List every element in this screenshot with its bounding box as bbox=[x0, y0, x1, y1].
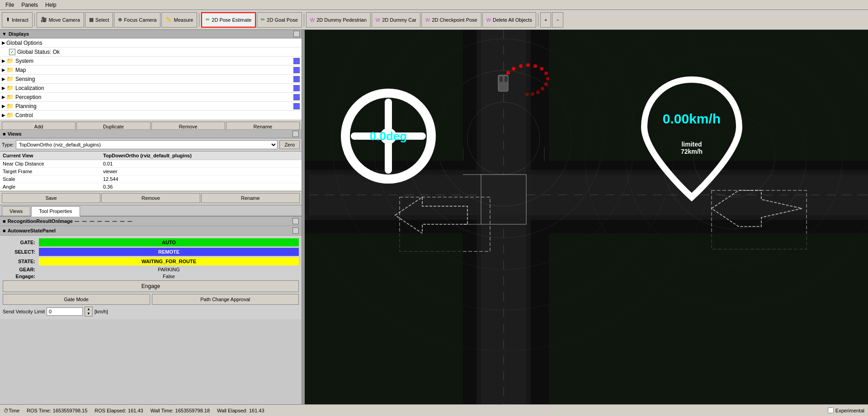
display-item-localization[interactable]: ▶ 📁 Localization bbox=[0, 84, 302, 93]
zero-button[interactable]: Zero bbox=[279, 140, 300, 149]
tab-views[interactable]: Views bbox=[2, 206, 30, 216]
save-view-button[interactable]: Save bbox=[2, 193, 100, 203]
svg-point-32 bbox=[536, 90, 540, 94]
menu-panels[interactable]: Panels bbox=[18, 1, 42, 9]
2d-dummy-pedestrian-button[interactable]: W 2D Dummy Pedestrian bbox=[306, 12, 371, 28]
velocity-spinner: ▲ ▼ bbox=[85, 307, 93, 317]
path-change-approval-button[interactable]: Path Change Approval bbox=[152, 294, 299, 305]
display-label: Perception bbox=[15, 94, 41, 100]
tool-section: ■ RecognitionResultOnImage — — — — — — —… bbox=[0, 217, 302, 404]
rename-view-button[interactable]: Rename bbox=[201, 193, 300, 203]
svg-point-28 bbox=[544, 71, 548, 75]
velocity-input[interactable] bbox=[47, 307, 83, 316]
svg-point-27 bbox=[540, 67, 543, 71]
focus-camera-label: Focus Camera bbox=[124, 17, 156, 23]
gate-mode-button[interactable]: Gate Mode bbox=[3, 294, 150, 305]
2d-checkpoint-pose-button[interactable]: W 2D Checkpoint Pose bbox=[421, 12, 481, 28]
velocity-up-button[interactable]: ▲ bbox=[85, 307, 92, 312]
expand-icon: ▶ bbox=[2, 58, 5, 63]
svg-point-22 bbox=[506, 71, 510, 75]
focus-icon: ⊕ bbox=[118, 17, 122, 23]
wall-time-value: 1653559798.18 bbox=[175, 408, 210, 413]
views-header: ■ Views bbox=[0, 129, 302, 138]
experimental-checkbox[interactable] bbox=[828, 407, 834, 413]
2d-pose-estimate-label: 2D Pose Estimate bbox=[212, 17, 251, 23]
panel-icon: ■ bbox=[3, 218, 6, 224]
interact-button[interactable]: ⬆ Interact bbox=[2, 12, 33, 28]
displays-collapse-icon[interactable]: ▼ bbox=[2, 31, 7, 37]
svg-point-34 bbox=[525, 93, 529, 96]
car-icon: W bbox=[376, 17, 380, 23]
display-label: Map bbox=[15, 67, 26, 73]
folder-icon: 📁 bbox=[6, 66, 14, 73]
display-item-perception[interactable]: ▶ 📁 Perception bbox=[0, 93, 302, 102]
display-checkbox[interactable] bbox=[293, 85, 300, 91]
pose-icon: ✏ bbox=[206, 17, 210, 23]
current-view-type: TopDownOrtho (rviz_default_plugins) bbox=[100, 151, 302, 160]
state-label: STATE: bbox=[3, 259, 39, 264]
remove-view-button[interactable]: Remove bbox=[101, 193, 200, 203]
select-button[interactable]: ▦ Select bbox=[85, 12, 113, 28]
views-type-select[interactable]: TopDownOrtho (rviz_default_plugins) bbox=[16, 140, 278, 149]
expand-icon: ▶ bbox=[2, 76, 5, 81]
viewport[interactable]: 0.0deg 0.00km/h limited72km/h bbox=[305, 30, 868, 404]
move-camera-button[interactable]: 🎥 Move Camera bbox=[37, 12, 84, 28]
display-checkbox[interactable] bbox=[293, 58, 300, 64]
delete-all-objects-button[interactable]: W Delete All Objects bbox=[482, 12, 536, 28]
folder-icon: 📁 bbox=[6, 57, 14, 64]
views-collapse-icon[interactable]: ■ bbox=[3, 131, 6, 137]
add-tool-button[interactable]: + bbox=[540, 12, 551, 28]
2d-dummy-car-button[interactable]: W 2D Dummy Car bbox=[372, 12, 420, 28]
speed-widget: 0.00km/h limited72km/h bbox=[637, 75, 746, 202]
display-item-sensing[interactable]: ▶ 📁 Sensing bbox=[0, 75, 302, 84]
ros-elapsed-value: 161.43 bbox=[128, 408, 143, 413]
experimental-label: Experimental bbox=[835, 408, 864, 413]
focus-camera-button[interactable]: ⊕ Focus Camera bbox=[114, 12, 160, 28]
views-scroll-indicator bbox=[292, 131, 299, 137]
menu-help[interactable]: Help bbox=[42, 1, 60, 9]
display-label: Planning bbox=[15, 103, 37, 109]
menu-bar: File Panels Help bbox=[0, 0, 868, 10]
svg-point-26 bbox=[533, 64, 537, 68]
steering-widget: 0.0deg bbox=[341, 89, 436, 184]
engage-label: Engage: bbox=[3, 274, 39, 279]
folder-icon: 📁 bbox=[6, 94, 14, 100]
display-checkbox[interactable] bbox=[293, 94, 300, 100]
display-item-global-status[interactable]: Global Status: Ok bbox=[0, 47, 302, 57]
display-item-global-options[interactable]: ▶ Global Options bbox=[0, 38, 302, 47]
time-label: Time bbox=[9, 408, 19, 413]
display-label: Sensing bbox=[15, 76, 35, 82]
2d-goal-pose-button[interactable]: ✏ 2D Goal Pose bbox=[257, 12, 302, 28]
2d-dummy-pedestrian-label: 2D Dummy Pedestrian bbox=[316, 17, 367, 23]
display-label: Localization bbox=[15, 85, 44, 91]
autoware-state-panel-header[interactable]: ■ AutowareStatePanel bbox=[0, 226, 302, 236]
menu-file[interactable]: File bbox=[2, 1, 18, 9]
measure-button[interactable]: 📏 Measure bbox=[161, 12, 197, 28]
velocity-down-button[interactable]: ▼ bbox=[85, 312, 92, 316]
ros-elapsed-label: ROS Elapsed: bbox=[94, 408, 126, 413]
displays-header: ▼ Displays bbox=[0, 30, 302, 38]
expand-icon: ▶ bbox=[2, 85, 5, 90]
velocity-unit: [km/h] bbox=[94, 309, 108, 314]
display-checkbox[interactable] bbox=[293, 103, 300, 109]
display-item-system[interactable]: ▶ 📁 System bbox=[0, 57, 302, 66]
toolbar-separator-1 bbox=[34, 13, 35, 27]
display-checkbox[interactable] bbox=[293, 76, 300, 82]
remove-tool-button[interactable]: − bbox=[552, 12, 563, 28]
cursor-icon: ⬆ bbox=[6, 17, 10, 23]
display-checkbox[interactable] bbox=[293, 67, 300, 73]
display-item-map[interactable]: ▶ 📁 Map bbox=[0, 66, 302, 75]
display-item-control[interactable]: ▶ 📁 Control bbox=[0, 111, 302, 120]
toolbar-separator-4 bbox=[538, 13, 538, 27]
recognition-panel-item[interactable]: ■ RecognitionResultOnImage — — — — — — —… bbox=[0, 217, 302, 226]
current-view-title: Current View bbox=[0, 151, 100, 160]
engage-button[interactable]: Engage bbox=[3, 280, 299, 292]
displays-content: ▶ Global Options Global Status: Ok ▶ 📁 S… bbox=[0, 38, 302, 120]
tab-tool-properties[interactable]: Tool Properties bbox=[31, 206, 80, 217]
wall-elapsed-label: Wall Elapsed: bbox=[217, 408, 247, 413]
views-section: ■ Views Type: TopDownOrtho (rviz_default… bbox=[0, 129, 302, 205]
gear-label: GEAR: bbox=[3, 267, 39, 272]
display-item-planning[interactable]: ▶ 📁 Planning bbox=[0, 102, 302, 111]
panel-scroll bbox=[292, 227, 299, 234]
2d-pose-estimate-button[interactable]: ✏ 2D Pose Estimate bbox=[201, 12, 256, 28]
